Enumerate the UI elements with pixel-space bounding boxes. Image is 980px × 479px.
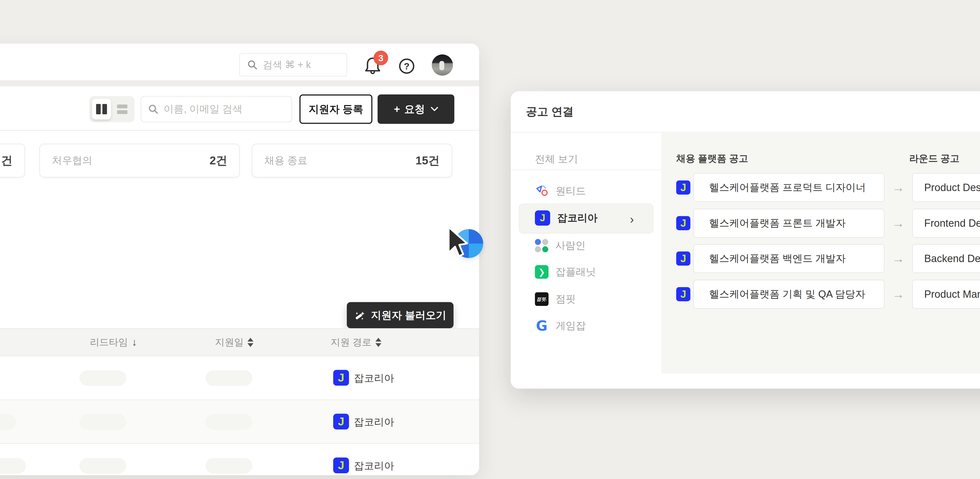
gamejob-logo-icon: G xyxy=(535,319,549,333)
applicant-search-placeholder: 이름, 이메일 검색 xyxy=(164,102,243,116)
platform-posting-item[interactable]: 헬스케어플랫폼 기획 및 QA 담당자 xyxy=(694,280,885,309)
jumpit-logo-icon: 점핏. xyxy=(535,292,549,306)
platform-sidebar: 전체 보기 원티드 J 잡코리아 › xyxy=(511,133,661,389)
jobkorea-logo-icon: J xyxy=(535,210,550,226)
round-posting-item[interactable]: Product Manager xyxy=(912,280,980,309)
stat-card-closed[interactable]: 채용 종료 15건 xyxy=(252,144,452,177)
platform-posting-item[interactable]: 헬스케어플랫폼 프론트 개발자 xyxy=(694,209,885,237)
skeleton-placeholder xyxy=(0,458,26,474)
posting-link-modal: 공고 연결 전체 보기 원티드 J 잡코리아 xyxy=(511,91,980,389)
global-search-input[interactable]: 검색 ⌘ + k xyxy=(239,53,347,76)
table-row[interactable]: J 잡코리아 xyxy=(0,400,479,444)
stat-card-partial[interactable]: 건 xyxy=(0,144,25,177)
jobkorea-badge-icon: J xyxy=(676,180,690,194)
user-avatar[interactable] xyxy=(432,54,453,76)
modal-footer xyxy=(661,373,980,389)
kanban-view-icon xyxy=(96,104,101,114)
arrow-right-icon: → xyxy=(892,209,905,237)
plus-icon: + xyxy=(394,103,400,115)
sort-both-icon xyxy=(375,338,381,347)
modal-header: 공고 연결 xyxy=(511,91,980,132)
arrow-right-icon: → xyxy=(892,173,905,202)
help-button[interactable]: ? xyxy=(399,59,414,74)
round-posting-item[interactable]: Product Designer xyxy=(912,173,980,202)
table-row[interactable]: J 잡코리아 xyxy=(0,356,479,400)
modal-title: 공고 연결 xyxy=(526,104,574,119)
stat-card-negotiation[interactable]: 처우협의 2건 xyxy=(40,144,240,177)
kanban-view-button[interactable] xyxy=(92,99,111,119)
sidebar-item-saramin[interactable]: 사람인 xyxy=(511,232,661,259)
arrow-right-icon: → xyxy=(892,244,905,273)
stat-card-label: 처우협의 xyxy=(52,154,92,167)
sidebar-item-jobplanet[interactable]: ❯ 잡플래닛 xyxy=(511,258,661,285)
jobkorea-badge-icon: J xyxy=(333,457,349,473)
sidebar-item-jobkorea[interactable]: J 잡코리아 xyxy=(511,204,661,232)
notifications-button[interactable]: 3 xyxy=(364,54,384,75)
screen: 검색 ⌘ + k 3 ? xyxy=(0,0,980,479)
import-applicants-button[interactable]: 지원자 불러오기 xyxy=(347,302,453,328)
jobkorea-badge-icon: J xyxy=(333,414,349,430)
stat-card-value: 건 xyxy=(1,153,13,168)
table-header: 리드타임 ↓ 지원일 지원 경로 xyxy=(0,328,479,356)
platform-posting-item[interactable]: 헬스케어플랫폼 프로덕트 디자이너 xyxy=(694,173,885,202)
table-row[interactable]: J 잡코리아 xyxy=(0,444,479,475)
skeleton-placeholder xyxy=(80,458,126,474)
saramin-logo-icon xyxy=(535,239,548,252)
board-content: 건 처우협의 2건 채용 종료 15건 지원자 불러오기 xyxy=(0,131,479,475)
notification-badge: 3 xyxy=(374,51,388,65)
jobkorea-badge-icon: J xyxy=(676,251,690,266)
register-applicant-button[interactable]: 지원자 등록 xyxy=(299,94,372,124)
column-header-apply-source[interactable]: 지원 경로 xyxy=(331,329,381,356)
view-toggle xyxy=(89,96,134,122)
chevron-right-icon: › xyxy=(630,213,634,226)
column-header-leadtime[interactable]: 리드타임 ↓ xyxy=(90,329,137,356)
posting-mapping-row: J 헬스케어플랫폼 기획 및 QA 담당자 → Product Manager xyxy=(661,280,980,309)
posting-mapping-row: J 헬스케어플랫폼 프론트 개발자 → Frontend Developer xyxy=(661,209,980,237)
stat-card-label: 채용 종료 xyxy=(264,154,307,167)
posting-mapping-row: J 헬스케어플랫폼 백엔드 개발자 → Backend Developer xyxy=(661,244,980,273)
import-applicants-label: 지원자 불러오기 xyxy=(371,308,447,322)
sidebar-item-wanted[interactable]: 원티드 xyxy=(511,177,661,205)
jobkorea-badge-icon: J xyxy=(676,216,690,230)
search-icon xyxy=(148,104,158,114)
stat-card-value: 15건 xyxy=(415,153,440,168)
help-icon: ? xyxy=(404,61,410,72)
round-posting-item[interactable]: Backend Developer xyxy=(912,244,980,273)
skeleton-placeholder xyxy=(0,414,16,430)
mouse-cursor-icon xyxy=(444,226,472,259)
column-header-applied-date[interactable]: 지원일 xyxy=(215,329,253,356)
jobkorea-badge-icon: J xyxy=(676,287,690,301)
apply-source-label: 잡코리아 xyxy=(354,356,394,400)
list-view-button[interactable] xyxy=(113,99,132,119)
posting-mapping-row: J 헬스케어플랫폼 프로덕트 디자이너 → Product Designer xyxy=(661,173,980,202)
applicant-search-input[interactable]: 이름, 이메일 검색 xyxy=(141,96,292,122)
round-column-title: 라운드 공고 xyxy=(909,152,959,165)
request-button-label: 요청 xyxy=(404,102,425,116)
skeleton-placeholder xyxy=(205,458,252,474)
magic-wand-icon xyxy=(354,309,366,321)
stat-card-value: 2건 xyxy=(210,153,227,168)
jobplanet-logo-icon: ❯ xyxy=(535,265,549,279)
platform-posting-item[interactable]: 헬스케어플랫폼 백엔드 개발자 xyxy=(694,244,885,273)
round-posting-item[interactable]: Frontend Developer xyxy=(912,209,980,237)
apply-source-label: 잡코리아 xyxy=(354,444,394,475)
board-toolbar: 이름, 이메일 검색 지원자 등록 + 요청 xyxy=(0,86,479,130)
list-view-icon xyxy=(117,105,127,114)
avatar-image xyxy=(439,61,444,70)
applicant-board-window: 검색 ⌘ + k 3 ? xyxy=(0,43,479,475)
sidebar-item-gamejob[interactable]: G 게임잡 xyxy=(511,312,661,339)
arrow-right-icon: → xyxy=(892,280,905,309)
request-button[interactable]: + 요청 xyxy=(377,94,454,124)
sidebar-item-jumpit[interactable]: 점핏. 점핏 xyxy=(511,285,661,313)
skeleton-placeholder xyxy=(80,414,126,430)
modal-body: 전체 보기 원티드 J 잡코리아 › xyxy=(511,133,980,389)
platform-column-title: 채용 플랫폼 공고 xyxy=(676,152,748,165)
posting-mapping-panel: 채용 플랫폼 공고 라운드 공고 J 헬스케어플랫폼 프로덕트 디자이너 → P… xyxy=(661,133,980,389)
jobkorea-badge-icon: J xyxy=(333,370,349,386)
global-search-placeholder: 검색 ⌘ + k xyxy=(263,58,311,72)
sidebar-item-all[interactable]: 전체 보기 xyxy=(511,149,661,170)
chevron-down-icon xyxy=(431,107,438,111)
search-icon xyxy=(247,60,257,70)
app-topbar: 검색 ⌘ + k 3 ? xyxy=(0,43,479,80)
apply-source-label: 잡코리아 xyxy=(354,400,394,444)
